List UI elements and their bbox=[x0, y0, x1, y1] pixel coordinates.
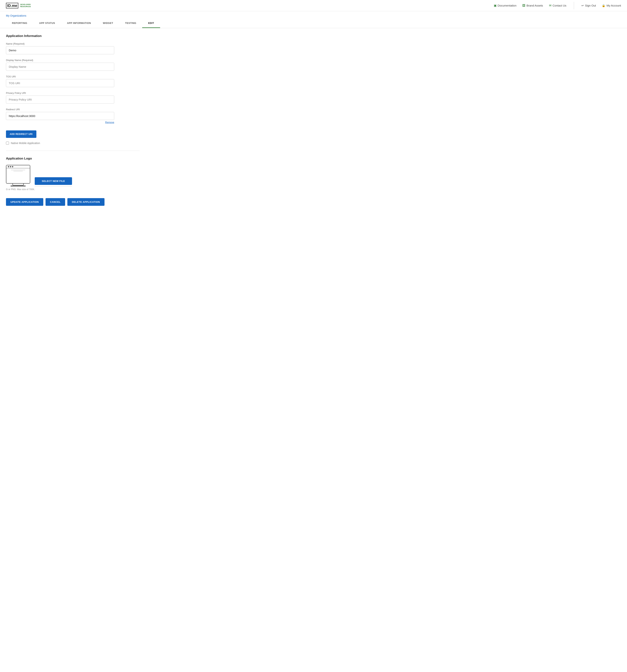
logo-monitor-foot bbox=[10, 186, 26, 187]
field-group-display-name: Display Name (Required) bbox=[6, 59, 140, 71]
upload-area: SELECT NEW FILE bbox=[35, 177, 72, 187]
breadcrumb-bar: My Organizations bbox=[0, 11, 627, 19]
app-info-title: Application Information bbox=[6, 34, 140, 38]
logo-dot-2 bbox=[10, 166, 11, 167]
field-group-tos-uri: TOS URI bbox=[6, 75, 140, 87]
logo-upload-row: SELECT NEW FILE bbox=[6, 165, 140, 187]
nav-contact-us[interactable]: ✉ Contact Us bbox=[549, 4, 566, 7]
breadcrumb-my-organizations[interactable]: My Organizations bbox=[6, 14, 26, 17]
tabs-bar: REPORTING APP STATUS APP INFORMATION WID… bbox=[0, 19, 627, 28]
logo-preview-titlebar bbox=[6, 165, 30, 168]
update-application-button[interactable]: UPDATE APPLICATION bbox=[6, 198, 43, 206]
delete-application-button[interactable]: DELETE APPLICATION bbox=[67, 198, 104, 206]
name-input[interactable] bbox=[6, 46, 114, 54]
field-group-privacy-policy: Privacy Policy URI bbox=[6, 92, 140, 103]
logo-monitor-base bbox=[13, 184, 24, 186]
logo-monitor-wrapper bbox=[6, 165, 30, 187]
main-content: Application Information Name (Required) … bbox=[0, 28, 145, 212]
tab-app-status[interactable]: APP STATUS bbox=[33, 19, 61, 28]
native-mobile-label: Native Mobile Application bbox=[11, 142, 40, 145]
signout-icon: ↩ bbox=[581, 4, 584, 7]
logo-dot-1 bbox=[8, 166, 9, 167]
myaccount-icon: 🔒 bbox=[602, 4, 605, 7]
brand-assets-icon: 🖼 bbox=[522, 4, 525, 7]
logo-preview-body bbox=[6, 170, 30, 183]
privacy-policy-label: Privacy Policy URI bbox=[6, 92, 140, 94]
redirect-uri-row: Remove bbox=[6, 112, 140, 124]
tab-reporting[interactable]: REPORTING bbox=[6, 19, 33, 28]
redirect-uri-input[interactable] bbox=[6, 112, 114, 120]
contact-icon: ✉ bbox=[549, 4, 552, 7]
tab-widget[interactable]: WIDGET bbox=[97, 19, 119, 28]
logo-preview-screen bbox=[6, 165, 30, 184]
native-mobile-checkbox[interactable] bbox=[6, 142, 9, 145]
logo-dev-text: DEVELOPERRESOURCES bbox=[20, 3, 31, 8]
sign-out-link[interactable]: ↩ Sign Out bbox=[581, 4, 596, 7]
app-logo-section: Application Logo bbox=[6, 157, 140, 191]
redirect-uri-label: Redirect URI bbox=[6, 108, 140, 111]
tos-uri-label: TOS URI bbox=[6, 75, 140, 78]
my-account-link[interactable]: 🔒 My Account bbox=[602, 4, 621, 7]
upload-divider bbox=[35, 186, 72, 187]
logo-dot-3 bbox=[12, 166, 13, 167]
nav-documentation[interactable]: ▣ Documentation bbox=[494, 4, 516, 7]
tab-app-information[interactable]: APP INFORMATION bbox=[61, 19, 97, 28]
logo-hint: G or PNG. Max size of 700K. bbox=[6, 188, 140, 191]
documentation-icon: ▣ bbox=[494, 4, 496, 7]
screen-line-2 bbox=[14, 171, 23, 171]
cancel-button[interactable]: CANCEL bbox=[46, 198, 65, 206]
logo-monitor-illustration bbox=[6, 165, 30, 187]
nav-brand-assets[interactable]: 🖼 Brand Assets bbox=[522, 4, 543, 7]
logo-id: ID.me bbox=[6, 3, 18, 8]
screen-line-1 bbox=[11, 170, 25, 170]
display-name-label: Display Name (Required) bbox=[6, 59, 140, 62]
field-group-name: Name (Required) bbox=[6, 42, 140, 54]
action-buttons: UPDATE APPLICATION CANCEL DELETE APPLICA… bbox=[6, 198, 140, 206]
add-redirect-uri-button[interactable]: ADD REDIRECT URI bbox=[6, 130, 37, 138]
tab-testing[interactable]: TESTING bbox=[119, 19, 142, 28]
logo[interactable]: ID.me DEVELOPERRESOURCES bbox=[6, 3, 31, 8]
name-label: Name (Required) bbox=[6, 42, 140, 45]
navbar: ID.me DEVELOPERRESOURCES ▣ Documentation… bbox=[0, 0, 627, 11]
app-logo-title: Application Logo bbox=[6, 157, 140, 161]
tab-edit[interactable]: EDIT bbox=[142, 19, 160, 28]
select-new-file-button[interactable]: SELECT NEW FILE bbox=[35, 177, 72, 185]
display-name-input[interactable] bbox=[6, 63, 114, 71]
nav-links: ▣ Documentation 🖼 Brand Assets ✉ Contact… bbox=[494, 2, 621, 9]
section-divider bbox=[6, 150, 140, 151]
field-group-redirect-uri: Redirect URI Remove bbox=[6, 108, 140, 124]
privacy-policy-input[interactable] bbox=[6, 96, 114, 103]
app-info-section: Application Information Name (Required) … bbox=[6, 34, 140, 145]
tos-uri-input[interactable] bbox=[6, 79, 114, 87]
remove-redirect-uri-link[interactable]: Remove bbox=[105, 121, 114, 124]
redirect-uri-remove-area: Remove bbox=[6, 121, 114, 124]
native-mobile-row: Native Mobile Application bbox=[6, 142, 140, 145]
